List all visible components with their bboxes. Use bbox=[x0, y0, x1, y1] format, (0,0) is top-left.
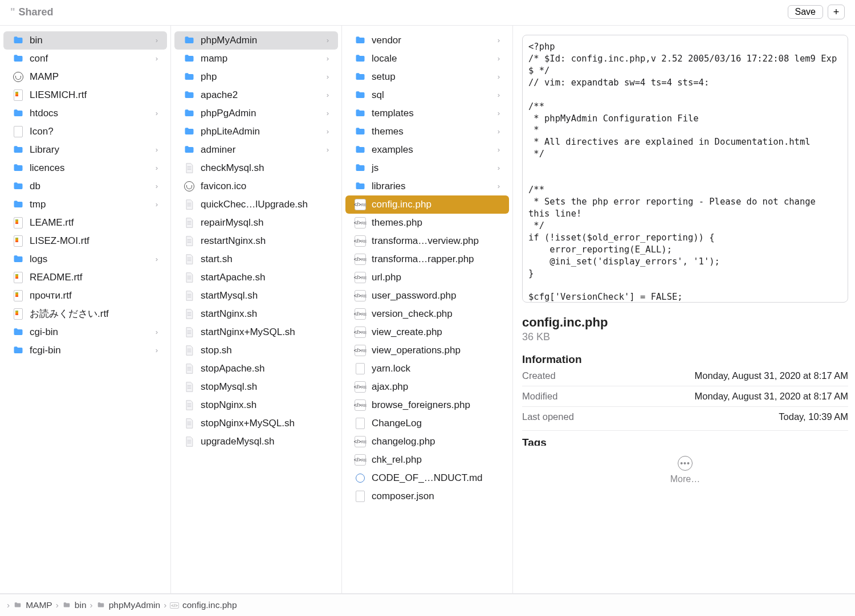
column-folder-item[interactable]: phpMyAdmin› bbox=[174, 31, 338, 50]
column-folder-item[interactable]: examples› bbox=[345, 141, 509, 159]
column-file-item[interactable]: startNginx.sh bbox=[174, 305, 338, 323]
column-folder-item[interactable]: vendor› bbox=[345, 31, 509, 50]
column-file-item[interactable]: upgradeMysql.sh bbox=[174, 433, 338, 451]
column-folder-item[interactable]: apache2› bbox=[174, 86, 338, 104]
column-file-item[interactable]: ajax.php bbox=[345, 378, 509, 396]
item-label: ajax.php bbox=[372, 380, 500, 394]
column-file-item[interactable]: stopNginx+MySQL.sh bbox=[174, 414, 338, 433]
column-folder-item[interactable]: templates› bbox=[345, 104, 509, 123]
folder-icon bbox=[184, 126, 195, 137]
column-file-item[interactable]: view_operations.php bbox=[345, 341, 509, 360]
column-folder-item[interactable]: phpLiteAdmin› bbox=[174, 123, 338, 141]
column-file-item[interactable]: stopApache.sh bbox=[174, 360, 338, 378]
item-label: licences bbox=[30, 161, 150, 175]
chevron-right-icon: › bbox=[156, 180, 158, 193]
chevron-right-icon: › bbox=[327, 143, 329, 157]
path-segment[interactable]: bin bbox=[62, 600, 87, 610]
column-file-item[interactable]: restartNginx.sh bbox=[174, 232, 338, 250]
file-preview-text: <?php /* $Id: config.inc.php,v 2.52 2005… bbox=[522, 35, 848, 303]
column-folder-item[interactable]: php› bbox=[174, 68, 338, 86]
column-folder-item[interactable]: libraries› bbox=[345, 177, 509, 195]
column-file-item[interactable]: favicon.ico bbox=[174, 177, 338, 195]
column-file-item[interactable]: LISEZ-MOI.rtf bbox=[3, 232, 167, 250]
column-file-item[interactable]: checkMysql.sh bbox=[174, 159, 338, 177]
path-segment[interactable]: phpMyAdmin bbox=[96, 600, 160, 610]
header-right: Save + bbox=[788, 5, 845, 19]
column-file-item[interactable]: config.inc.php bbox=[345, 195, 509, 214]
chevron-right-icon: › bbox=[327, 34, 329, 47]
chevron-right-icon: › bbox=[498, 107, 500, 120]
column-folder-item[interactable]: licences› bbox=[3, 159, 167, 177]
generic-file-icon bbox=[13, 126, 24, 137]
path-segment[interactable]: MAMP bbox=[13, 600, 52, 610]
column-file-item[interactable]: stopNginx.sh bbox=[174, 396, 338, 414]
column-folder-item[interactable]: themes› bbox=[345, 123, 509, 141]
column-3[interactable]: vendor›locale›setup›sql›templates›themes… bbox=[342, 26, 513, 593]
column-folder-item[interactable]: sql› bbox=[345, 86, 509, 104]
column-file-item[interactable]: start.sh bbox=[174, 250, 338, 268]
column-file-item[interactable]: changelog.php bbox=[345, 433, 509, 451]
item-label: view_create.php bbox=[372, 325, 500, 339]
column-file-item[interactable]: README.rtf bbox=[3, 268, 167, 287]
column-folder-item[interactable]: setup› bbox=[345, 68, 509, 86]
column-folder-item[interactable]: logs› bbox=[3, 250, 167, 268]
item-label: Icon? bbox=[30, 125, 158, 138]
column-file-item[interactable]: version_check.php bbox=[345, 305, 509, 323]
column-folder-item[interactable]: conf› bbox=[3, 50, 167, 68]
column-folder-item[interactable]: adminer› bbox=[174, 141, 338, 159]
column-folder-item[interactable]: htdocs› bbox=[3, 104, 167, 123]
column-2[interactable]: phpMyAdmin›mamp›php›apache2›phpPgAdmin›p… bbox=[171, 26, 342, 593]
add-button[interactable]: + bbox=[828, 5, 845, 19]
column-file-item[interactable]: user_password.php bbox=[345, 287, 509, 305]
column-folder-item[interactable]: cgi-bin› bbox=[3, 323, 167, 341]
info-row-created: Created Monday, August 31, 2020 at 8:17 … bbox=[522, 366, 848, 386]
column-1[interactable]: bin›conf›MAMPLIESMICH.rtfhtdocs›Icon?Lib… bbox=[0, 26, 171, 593]
column-file-item[interactable]: transforma…rapper.php bbox=[345, 250, 509, 268]
favicon-icon bbox=[184, 181, 195, 192]
column-file-item[interactable]: chk_rel.php bbox=[345, 451, 509, 469]
document-icon bbox=[184, 381, 195, 393]
column-file-item[interactable]: stopMysql.sh bbox=[174, 378, 338, 396]
path-chevron-icon: › bbox=[7, 600, 10, 610]
column-folder-item[interactable]: phpPgAdmin› bbox=[174, 104, 338, 123]
folder-icon bbox=[184, 108, 195, 119]
item-label: locale bbox=[372, 52, 492, 66]
column-file-item[interactable]: ChangeLog bbox=[345, 414, 509, 433]
column-file-item[interactable]: お読みください.rtf bbox=[3, 305, 167, 323]
column-file-item[interactable]: MAMP bbox=[3, 68, 167, 86]
column-file-item[interactable]: quickChec…lUpgrade.sh bbox=[174, 195, 338, 214]
column-file-item[interactable]: yarn.lock bbox=[345, 360, 509, 378]
column-folder-item[interactable]: locale› bbox=[345, 50, 509, 68]
column-file-item[interactable]: startNginx+MySQL.sh bbox=[174, 323, 338, 341]
column-file-item[interactable]: url.php bbox=[345, 268, 509, 287]
column-file-item[interactable]: view_create.php bbox=[345, 323, 509, 341]
column-folder-item[interactable]: Library› bbox=[3, 141, 167, 159]
path-segment[interactable]: </>config.inc.php bbox=[170, 600, 237, 610]
column-file-item[interactable]: startApache.sh bbox=[174, 268, 338, 287]
column-file-item[interactable]: browse_foreigners.php bbox=[345, 396, 509, 414]
column-file-item[interactable]: Icon? bbox=[3, 123, 167, 141]
column-file-item[interactable]: startMysql.sh bbox=[174, 287, 338, 305]
chevron-right-icon: › bbox=[156, 34, 158, 47]
column-file-item[interactable]: LIESMICH.rtf bbox=[3, 86, 167, 104]
column-file-item[interactable]: прочти.rtf bbox=[3, 287, 167, 305]
column-file-item[interactable]: themes.php bbox=[345, 214, 509, 232]
column-folder-item[interactable]: tmp› bbox=[3, 195, 167, 214]
folder-icon bbox=[184, 144, 195, 156]
column-folder-item[interactable]: mamp› bbox=[174, 50, 338, 68]
column-folder-item[interactable]: bin› bbox=[3, 31, 167, 50]
save-button[interactable]: Save bbox=[788, 5, 823, 19]
column-file-item[interactable]: repairMysql.sh bbox=[174, 214, 338, 232]
folder-icon bbox=[355, 71, 366, 83]
document-icon bbox=[184, 272, 195, 283]
column-file-item[interactable]: LEAME.rtf bbox=[3, 214, 167, 232]
column-folder-item[interactable]: js› bbox=[345, 159, 509, 177]
column-folder-item[interactable]: fcgi-bin› bbox=[3, 341, 167, 360]
column-file-item[interactable]: stop.sh bbox=[174, 341, 338, 360]
column-file-item[interactable]: transforma…verview.php bbox=[345, 232, 509, 250]
more-icon[interactable]: ••• bbox=[678, 456, 693, 471]
more-button[interactable]: More… bbox=[522, 474, 848, 484]
column-file-item[interactable]: composer.json bbox=[345, 487, 509, 505]
column-file-item[interactable]: CODE_OF_…NDUCT.md bbox=[345, 469, 509, 487]
column-folder-item[interactable]: db› bbox=[3, 177, 167, 195]
